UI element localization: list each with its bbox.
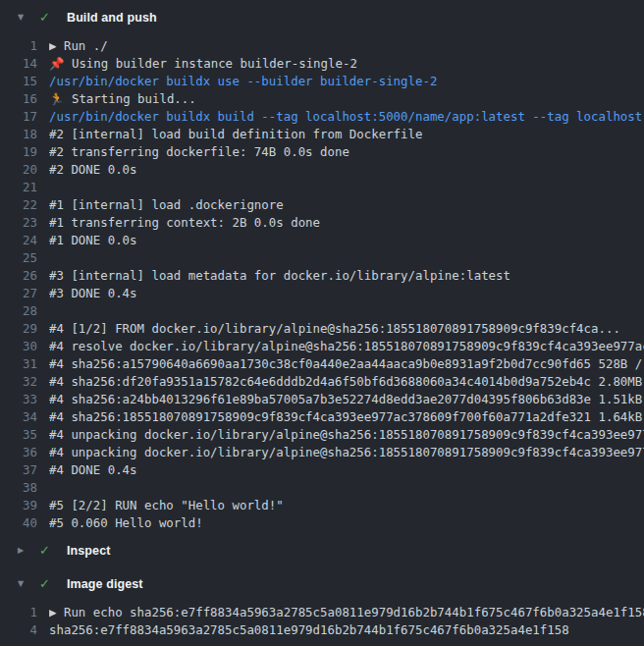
log-line: 36#4 unpacking docker.io/library/alpine@…	[0, 444, 644, 461]
line-text: #4 [1/2] FROM docker.io/library/alpine@s…	[49, 320, 620, 338]
line-text: #1 DONE 0.0s	[49, 232, 137, 249]
line-number[interactable]: 22	[0, 196, 37, 214]
log-line: 1▶ Run echo sha256:e7ff8834a5963a2785c5a…	[0, 604, 644, 621]
section-header-build-and-push[interactable]: ▼✓Build and push	[0, 8, 644, 27]
line-number[interactable]: 15	[0, 73, 37, 90]
line-number[interactable]: 18	[0, 126, 37, 143]
log-line: 27#3 DONE 0.4s	[0, 285, 644, 302]
expander-icon[interactable]: ▶	[49, 38, 64, 53]
section-header-inspect[interactable]: ▶✓Inspect	[0, 541, 644, 561]
actions-log-viewer: ▼✓Build and push1▶ Run ./14📌 Using build…	[0, 8, 644, 639]
line-number[interactable]: 21	[0, 179, 37, 196]
line-number[interactable]: 20	[0, 161, 37, 179]
line-text: #5 [2/2] RUN echo "Hello world!"	[49, 497, 284, 514]
line-number[interactable]: 35	[0, 426, 37, 444]
line-text: #1 transferring context: 2B 0.0s done	[49, 214, 320, 232]
line-text: #2 transferring dockerfile: 74B 0.0s don…	[49, 143, 349, 161]
log-line: 31#4 sha256:a15790640a6690aa1730c38cf0a4…	[0, 355, 644, 373]
line-text: #4 unpacking docker.io/library/alpine@sh…	[49, 444, 644, 461]
line-text: 🏃 Starting build...	[49, 90, 196, 108]
log-line: 20#2 DONE 0.0s	[0, 161, 644, 179]
line-number[interactable]: 29	[0, 320, 37, 338]
log-line: 29#4 [1/2] FROM docker.io/library/alpine…	[0, 320, 644, 338]
log-line: 1▶ Run ./	[0, 37, 644, 55]
line-text: #4 sha256:a15790640a6690aa1730c38cf0a440…	[49, 355, 644, 373]
chevron-right-icon[interactable]: ▶	[18, 541, 33, 561]
log-line: 32#4 sha256:df20fa9351a15782c64e6dddb2d4…	[0, 373, 644, 391]
line-number[interactable]: 25	[0, 249, 37, 267]
line-number[interactable]: 23	[0, 214, 37, 232]
section-title: Build and push	[67, 11, 157, 25]
line-text: #4 sha256:a24bb4013296f61e89ba57005a7b3e…	[49, 391, 644, 408]
log-line: 28	[0, 302, 644, 320]
line-text: #4 unpacking docker.io/library/alpine@sh…	[49, 426, 644, 444]
line-number[interactable]: 32	[0, 373, 37, 391]
log-line: 17/usr/bin/docker buildx build --tag loc…	[0, 108, 644, 126]
line-number[interactable]: 31	[0, 355, 37, 373]
expander-icon[interactable]: ▶	[49, 605, 64, 619]
line-number[interactable]: 24	[0, 232, 37, 249]
line-number[interactable]: 17	[0, 108, 37, 126]
line-number[interactable]: 19	[0, 143, 37, 161]
line-text: #2 [internal] load build definition from…	[49, 126, 422, 143]
line-number[interactable]: 36	[0, 444, 37, 461]
log-line: 21	[0, 179, 644, 196]
line-text: #3 DONE 0.4s	[49, 285, 137, 302]
line-text: ▶ Run echo sha256:e7ff8834a5963a2785c5a0…	[49, 604, 644, 621]
line-text: 📌 Using builder instance builder-single-…	[49, 55, 357, 73]
section-inspect: ▶✓Inspect	[0, 541, 644, 561]
line-text: sha256:e7ff8834a5963a2785c5a0811e979d16b…	[49, 621, 569, 639]
log-line: 33#4 sha256:a24bb4013296f61e89ba57005a7b…	[0, 391, 644, 408]
line-number[interactable]: 39	[0, 497, 37, 514]
chevron-down-icon[interactable]: ▼	[18, 8, 33, 27]
line-number[interactable]: 33	[0, 391, 37, 408]
log-line: 37#4 DONE 0.4s	[0, 461, 644, 479]
line-text: #5 0.060 Hello world!	[49, 514, 203, 532]
section-header-image-digest[interactable]: ▼✓Image digest	[0, 574, 644, 594]
line-text: #4 DONE 0.4s	[49, 461, 137, 479]
line-text: #4 sha256:df20fa9351a15782c64e6dddb2d4a6…	[49, 373, 644, 391]
line-text: #1 [internal] load .dockerignore	[49, 196, 284, 214]
line-number[interactable]: 27	[0, 285, 37, 302]
log-line: 19#2 transferring dockerfile: 74B 0.0s d…	[0, 143, 644, 161]
log-line: 26#3 [internal] load metadata for docker…	[0, 267, 644, 285]
line-number[interactable]: 16	[0, 90, 37, 108]
log-line: 24#1 DONE 0.0s	[0, 232, 644, 249]
line-text: /usr/bin/docker buildx build --tag local…	[49, 108, 644, 126]
line-text: #2 DONE 0.0s	[49, 161, 137, 179]
log-line: 18#2 [internal] load build definition fr…	[0, 126, 644, 143]
line-number[interactable]: 40	[0, 514, 37, 532]
section-title: Image digest	[67, 577, 143, 591]
section-build-and-push: ▼✓Build and push1▶ Run ./14📌 Using build…	[0, 8, 644, 532]
line-number[interactable]: 30	[0, 338, 37, 355]
line-number[interactable]: 14	[0, 55, 37, 73]
line-text: #4 resolve docker.io/library/alpine@sha2…	[49, 338, 644, 355]
chevron-down-icon[interactable]: ▼	[18, 574, 33, 594]
line-text: ▶ Run ./	[49, 37, 108, 55]
log-line: 23#1 transferring context: 2B 0.0s done	[0, 214, 644, 232]
check-icon: ✓	[39, 574, 55, 594]
log-line: 16🏃 Starting build...	[0, 90, 644, 108]
section-image-digest: ▼✓Image digest1▶ Run echo sha256:e7ff883…	[0, 574, 644, 639]
line-number[interactable]: 26	[0, 267, 37, 285]
log-line: 40#5 0.060 Hello world!	[0, 514, 644, 532]
log-line: 25	[0, 249, 644, 267]
line-number[interactable]: 28	[0, 302, 37, 320]
check-icon: ✓	[39, 8, 55, 27]
log-line: 22#1 [internal] load .dockerignore	[0, 196, 644, 214]
line-number[interactable]: 34	[0, 408, 37, 426]
section-title: Inspect	[67, 544, 110, 558]
log-line: 4sha256:e7ff8834a5963a2785c5a0811e979d16…	[0, 621, 644, 639]
log-line: 14📌 Using builder instance builder-singl…	[0, 55, 644, 73]
line-number[interactable]: 38	[0, 479, 37, 497]
line-number[interactable]: 4	[0, 621, 37, 639]
line-text: #4 sha256:185518070891758909c9f839cf4ca3…	[49, 408, 644, 426]
log-line: 15/usr/bin/docker buildx use --builder b…	[0, 73, 644, 90]
line-number[interactable]: 37	[0, 461, 37, 479]
log-line: 35#4 unpacking docker.io/library/alpine@…	[0, 426, 644, 444]
line-number[interactable]: 1	[0, 604, 37, 621]
log-line: 38	[0, 479, 644, 497]
line-number[interactable]: 1	[0, 37, 37, 55]
line-text: /usr/bin/docker buildx use --builder bui…	[49, 73, 437, 90]
log-line: 30#4 resolve docker.io/library/alpine@sh…	[0, 338, 644, 355]
